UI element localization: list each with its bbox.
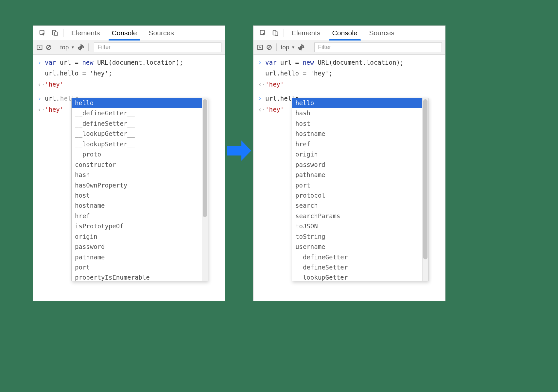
tab-console[interactable]: Console: [326, 26, 363, 40]
chevron-down-icon: ▼: [291, 45, 295, 50]
code-line[interactable]: var url = new URL(document.location);: [45, 58, 183, 67]
filter-placeholder: Filter: [318, 44, 331, 51]
filter-placeholder: Filter: [97, 44, 111, 51]
autocomplete-item[interactable]: searchParams: [292, 211, 422, 221]
autocomplete-list[interactable]: hello__defineGetter____defineSetter____l…: [72, 98, 202, 281]
device-toggle-icon[interactable]: [49, 26, 61, 40]
scrollbar-thumb[interactable]: [423, 99, 427, 259]
result-value: 'hey': [45, 80, 63, 89]
devtools-panel-before: Elements Console Sources top ▼ Filter: [33, 25, 225, 301]
autocomplete-item[interactable]: port: [292, 180, 422, 190]
autocomplete-item[interactable]: toString: [292, 232, 422, 242]
sidebar-toggle-icon[interactable]: [36, 44, 43, 51]
svg-point-13: [300, 46, 303, 49]
console-output-row: ‹· 'hey': [33, 79, 225, 90]
console-body: › var url = new URL(document.location); …: [253, 55, 445, 115]
autocomplete-item[interactable]: __lookupSetter__: [72, 139, 202, 149]
autocomplete-item[interactable]: host: [292, 119, 422, 129]
autocomplete-item[interactable]: hello: [72, 98, 202, 108]
autocomplete-list[interactable]: hellohashhosthostnamehreforiginpasswordp…: [292, 98, 422, 281]
autocomplete-item[interactable]: username: [292, 242, 422, 252]
autocomplete-item[interactable]: href: [72, 211, 202, 221]
autocomplete-item[interactable]: constructor: [72, 160, 202, 170]
prompt-marker-icon: ›: [38, 58, 45, 67]
scrollbar[interactable]: [422, 98, 428, 281]
filter-input[interactable]: Filter: [314, 42, 442, 52]
autocomplete-item[interactable]: password: [72, 242, 202, 252]
autocomplete-popup: hellohashhosthostnamehreforiginpasswordp…: [292, 98, 428, 281]
tab-strip: Elements Console Sources: [33, 26, 225, 40]
context-selector[interactable]: top ▼: [60, 44, 75, 51]
clear-console-icon[interactable]: [45, 44, 52, 51]
autocomplete-item[interactable]: __defineGetter__: [292, 252, 422, 262]
console-input-row: › var url = new URL(document.location);: [253, 57, 445, 68]
autocomplete-item[interactable]: isPrototypeOf: [72, 221, 202, 231]
svg-rect-9: [275, 32, 278, 36]
tab-elements[interactable]: Elements: [286, 26, 326, 40]
autocomplete-item[interactable]: __defineSetter__: [72, 119, 202, 129]
scrollbar-thumb[interactable]: [203, 99, 207, 217]
autocomplete-item[interactable]: host: [72, 190, 202, 201]
autocomplete-item[interactable]: __lookupGetter__: [292, 272, 422, 281]
code-line[interactable]: url.hello = 'hey';: [265, 69, 333, 78]
autocomplete-item[interactable]: propertyIsEnumerable: [72, 272, 202, 281]
autocomplete-item[interactable]: __proto__: [72, 149, 202, 159]
autocomplete-item[interactable]: hostname: [72, 201, 202, 211]
clear-console-icon[interactable]: [266, 44, 272, 51]
sidebar-toggle-icon[interactable]: [257, 44, 263, 51]
tab-console[interactable]: Console: [106, 26, 143, 40]
autocomplete-item[interactable]: hash: [72, 170, 202, 180]
output-marker-icon: ‹·: [258, 80, 265, 89]
tab-sources[interactable]: Sources: [363, 26, 400, 40]
prompt-marker-icon: ›: [258, 58, 265, 67]
separator: [63, 29, 63, 37]
context-selector[interactable]: top ▼: [281, 44, 295, 51]
scrollbar[interactable]: [202, 98, 208, 281]
tab-sources[interactable]: Sources: [143, 26, 180, 40]
tab-elements[interactable]: Elements: [65, 26, 106, 40]
autocomplete-item[interactable]: origin: [292, 149, 422, 159]
autocomplete-item[interactable]: href: [292, 139, 422, 149]
autocomplete-item[interactable]: __lookupGetter__: [72, 129, 202, 139]
autocomplete-item[interactable]: pathname: [292, 170, 422, 180]
svg-rect-2: [55, 32, 57, 36]
autocomplete-item[interactable]: hasOwnProperty: [72, 180, 202, 190]
separator: [309, 43, 309, 51]
autocomplete-item[interactable]: hello: [292, 98, 422, 108]
inspect-icon[interactable]: [257, 26, 269, 40]
eager-eval-value: 'hey': [265, 105, 284, 114]
autocomplete-item[interactable]: pathname: [72, 252, 202, 262]
transition-arrow-icon: [227, 140, 251, 161]
separator: [284, 29, 284, 37]
autocomplete-popup: hello__defineGetter____defineSetter____l…: [71, 98, 208, 281]
eager-eval-value: 'hey': [45, 105, 63, 114]
console-body: › var url = new URL(document.location); …: [33, 55, 225, 115]
device-toggle-icon[interactable]: [269, 26, 282, 40]
context-label: top: [281, 44, 289, 51]
autocomplete-item[interactable]: toJSON: [292, 221, 422, 231]
filter-input[interactable]: Filter: [94, 42, 221, 52]
live-expression-icon[interactable]: [298, 44, 305, 51]
separator: [276, 43, 277, 51]
separator: [88, 43, 89, 51]
code-line[interactable]: url.hello = 'hey';: [45, 69, 112, 78]
autocomplete-item[interactable]: __defineSetter__: [292, 262, 422, 272]
svg-line-5: [47, 46, 50, 49]
console-input-row: › var url = new URL(document.location);: [33, 57, 225, 68]
autocomplete-item[interactable]: password: [292, 160, 422, 170]
autocomplete-item[interactable]: port: [72, 262, 202, 272]
autocomplete-item[interactable]: __defineGetter__: [72, 108, 202, 118]
console-toolbar: top ▼ Filter: [253, 40, 445, 55]
autocomplete-item[interactable]: search: [292, 201, 422, 211]
code-line[interactable]: var url = new URL(document.location);: [265, 58, 404, 67]
inspect-icon[interactable]: [36, 26, 49, 40]
context-label: top: [60, 44, 69, 51]
console-output-row: ‹· 'hey': [253, 79, 445, 90]
autocomplete-item[interactable]: hostname: [292, 129, 422, 139]
autocomplete-item[interactable]: protocol: [292, 190, 422, 201]
console-input-row: url.hello = 'hey';: [253, 68, 445, 79]
autocomplete-item[interactable]: origin: [72, 232, 202, 242]
live-expression-icon[interactable]: [77, 44, 84, 51]
autocomplete-item[interactable]: hash: [292, 108, 422, 118]
output-marker-icon: ‹·: [38, 80, 45, 89]
